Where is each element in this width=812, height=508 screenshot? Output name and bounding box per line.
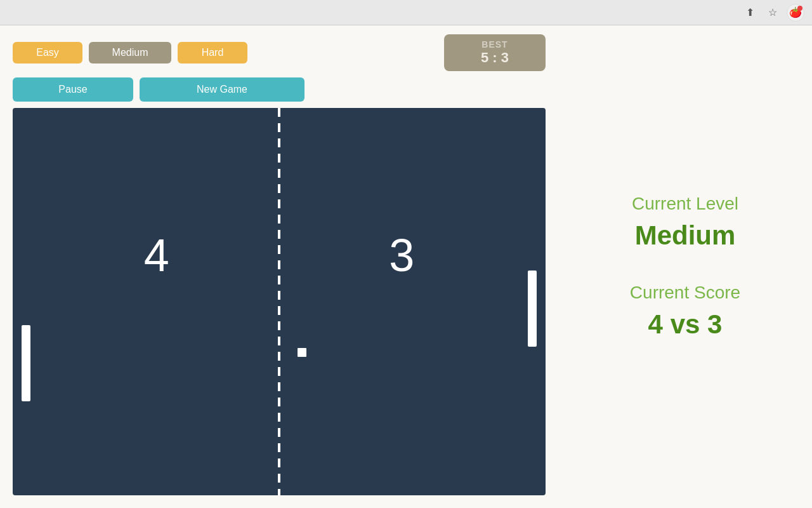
score-left: 4 (144, 229, 169, 281)
new-game-button[interactable]: New Game (140, 77, 304, 102)
medium-button[interactable]: Medium (89, 42, 171, 64)
share-icon[interactable]: ⬆ (741, 4, 759, 22)
info-panel: Current Level Medium Current Score 4 vs … (558, 25, 812, 508)
score-value: 4 vs 3 (648, 309, 723, 340)
paddle-right (528, 271, 537, 347)
browser-chrome: ⬆ ☆ 🍅 (0, 0, 812, 25)
notification-icon[interactable]: 🍅 (787, 4, 804, 22)
notification-badge (797, 6, 802, 11)
hard-button[interactable]: Hard (178, 42, 247, 64)
difficulty-controls: Easy Medium Hard BEST 5 : 3 (13, 34, 546, 71)
pause-button[interactable]: Pause (13, 77, 133, 102)
game-canvas: 4 3 (13, 108, 546, 495)
action-controls: Pause New Game (13, 77, 546, 102)
ball (298, 348, 306, 357)
paddle-left (22, 325, 30, 401)
level-label: Current Level (632, 194, 738, 214)
best-score-value: 5 : 3 (457, 50, 533, 66)
center-line (278, 108, 280, 495)
easy-button[interactable]: Easy (13, 42, 82, 64)
game-panel: Easy Medium Hard BEST 5 : 3 Pause New Ga… (0, 25, 558, 508)
score-label: Current Score (630, 283, 740, 303)
best-score-box: BEST 5 : 3 (444, 34, 546, 71)
main-content: Easy Medium Hard BEST 5 : 3 Pause New Ga… (0, 25, 812, 508)
bookmark-icon[interactable]: ☆ (764, 4, 782, 22)
level-value: Medium (635, 220, 736, 251)
best-label: BEST (457, 39, 533, 50)
score-right: 3 (389, 229, 414, 281)
